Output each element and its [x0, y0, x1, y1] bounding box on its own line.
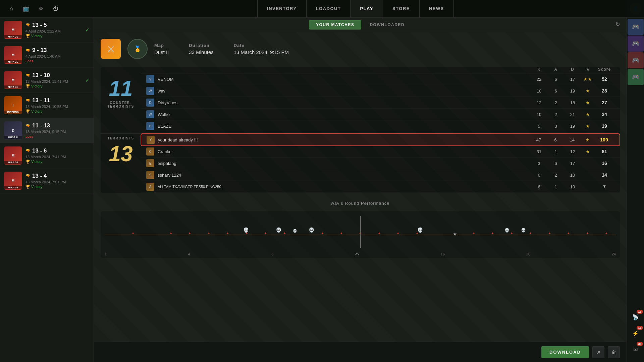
score-ssharvi: 14 — [594, 172, 614, 178]
sidebar-avatar-2[interactable]: 🎮 — [628, 36, 644, 52]
sidebar-avatar-1[interactable]: 🎮 — [628, 19, 644, 35]
tv-icon[interactable]: 📺 — [21, 4, 31, 13]
match-item-5[interactable]: D DUST II 🔫 11 - 13 13 March 2024, 9:15 … — [0, 118, 94, 143]
match-result-1: 🏆 Victory — [25, 34, 82, 38]
tab-your-matches[interactable]: YOUR MATCHES — [309, 20, 361, 29]
match-map-icon-3: M MIRAGE — [4, 71, 22, 89]
score-header: Score — [594, 67, 614, 72]
match-date-3: 13 March 2024, 11:41 PM — [25, 79, 82, 83]
star-blaze: ★ — [581, 123, 594, 129]
settings-icon[interactable]: ⚙ — [36, 4, 46, 13]
d-venom: 17 — [564, 77, 581, 82]
player-row-venom: V VENOM 22 6 17 ★★ 52 — [141, 73, 620, 85]
trophy-1: 🏆 — [25, 34, 30, 38]
date-label: Date — [234, 43, 289, 48]
mail-badge: 38 — [637, 342, 643, 346]
name-cracker: Cracker — [158, 149, 531, 154]
download-button[interactable]: DOWNLOAD — [541, 346, 589, 358]
k-wav: 10 — [531, 88, 547, 94]
match-item-7[interactable]: M MIRAGE 🔫 13 - 4 13 March 2024, 7:01 PM… — [0, 168, 94, 193]
match-result-3: 🏆 Victory — [25, 84, 82, 88]
player-row-wolfie: W Wolfie 10 2 21 ★ 24 — [141, 109, 620, 120]
nav-news[interactable]: NEWS — [420, 0, 454, 17]
map-label-5: DUST II — [4, 136, 22, 139]
k-wolfie: 10 — [531, 112, 547, 117]
star-cracker: ★ — [581, 148, 594, 155]
ct-players: V VENOM 22 6 17 ★★ 52 W wav 10 6 19 ★ 28 — [141, 73, 620, 132]
score-alltami: 7 — [594, 184, 614, 189]
nav-store[interactable]: STORE — [383, 0, 420, 17]
match-score-7: 🔫 13 - 4 — [25, 173, 90, 179]
avatar-cracker: C — [146, 147, 154, 156]
match-result-4: 🏆 Victory — [25, 109, 90, 114]
label-20: 20 — [526, 252, 530, 256]
map-label-4: INFERNO — [4, 111, 22, 114]
sidebar-avatar-4[interactable]: 🎮 — [628, 69, 644, 85]
tab-downloaded[interactable]: DOWNLOADED — [363, 20, 412, 29]
d-esipalang: 17 — [564, 161, 581, 166]
player-row-wav: W wav 10 6 19 ★ 28 — [141, 85, 620, 97]
radio-icon[interactable]: 📡 13 — [630, 311, 642, 323]
perf-chart: 💀 💀 💀 💀 💀 💀 💀 ✦ ✦ ✦ ✦ ✦ ✦ ✦ — [101, 211, 620, 258]
power-icon[interactable]: ⏻ — [51, 4, 60, 13]
ct-score-display: 11 — [102, 76, 139, 101]
gun-icon-4: 🔫 — [25, 98, 30, 103]
match-result-6: 🏆 Victory — [25, 160, 90, 164]
map-label-7: MIRAGE — [4, 186, 22, 189]
match-item-3[interactable]: M MIRAGE 🔫 13 - 10 13 March 2024, 11:41 … — [0, 68, 94, 93]
refresh-icon[interactable]: ↻ — [615, 21, 620, 27]
match-item-2[interactable]: M MIRAGE 🔫 9 - 13 4 April 2024, 1:40 AM … — [0, 43, 94, 68]
duration-value: 33 Minutes — [189, 49, 213, 55]
score-text-6: 13 - 6 — [32, 147, 47, 154]
score-esipalang: 16 — [594, 161, 614, 166]
label-1: 1 — [105, 252, 107, 256]
star-icon-wav: ★ — [586, 88, 590, 94]
k-venom: 22 — [531, 77, 547, 82]
gun-icon-2: 🔫 — [25, 48, 30, 53]
a-wolfie: 2 — [547, 112, 564, 117]
score-text-2: 9 - 13 — [32, 47, 47, 54]
match-info-2: 🔫 9 - 13 4 April 2024, 1:40 AM Loss — [25, 47, 90, 63]
sidebar-avatar-3[interactable]: 🎮 — [628, 52, 644, 68]
ct-team-label: COUNTER-TERRORISTS — [107, 101, 134, 108]
match-item-6[interactable]: M MIRAGE 🔫 13 - 6 13 March 2024, 7:41 PM… — [0, 143, 94, 168]
share-button[interactable]: ↗ — [592, 346, 604, 358]
a-ssharvi: 2 — [547, 173, 564, 178]
match-map-icon-1: M MIRAGE — [4, 21, 22, 39]
meta-duration: Duration 33 Minutes — [189, 43, 213, 55]
t-team-left: TERRORISTS 13 — [101, 134, 141, 166]
k-blaze: 5 — [531, 124, 547, 129]
match-score-5: 🔫 11 - 13 — [25, 122, 90, 129]
score-wav: 28 — [594, 88, 614, 94]
a-header: A — [547, 67, 564, 72]
halftime-divider — [360, 216, 361, 248]
col-headers: K A D ★ Score — [141, 67, 620, 73]
gun-icon-7: 🔫 — [25, 174, 30, 178]
lightning-icon[interactable]: ⚡ 11 — [630, 327, 642, 339]
match-result-2: Loss — [25, 59, 90, 63]
delete-button[interactable]: 🗑 — [608, 346, 620, 358]
nav-inventory[interactable]: INVENTORY — [257, 0, 307, 17]
home-icon[interactable]: ⌂ — [7, 4, 16, 13]
match-mode-icon: 🏅 — [127, 39, 148, 59]
nav-play[interactable]: PLAY — [351, 0, 383, 17]
k-ssharvi: 6 — [531, 173, 547, 178]
mail-icon[interactable]: ✉ 38 — [630, 343, 642, 355]
game-logo: ⚔ — [101, 39, 121, 59]
d-blaze: 19 — [564, 124, 581, 129]
meta-map: Map Dust II — [154, 43, 169, 55]
label-mid: <> — [355, 252, 359, 256]
match-list: M MIRAGE 🔫 13 - 5 4 April 2024, 2:22 AM … — [0, 17, 94, 362]
match-info-4: 🔫 13 - 11 13 March 2024, 10:55 PM 🏆 Vict… — [25, 97, 90, 114]
match-item-1[interactable]: M MIRAGE 🔫 13 - 5 4 April 2024, 2:22 AM … — [0, 17, 94, 43]
match-date-2: 4 April 2024, 1:40 AM — [25, 54, 90, 58]
d-dirtyvibes: 18 — [564, 100, 581, 105]
match-score-2: 🔫 9 - 13 — [25, 47, 90, 54]
name-dirtyvibes: DirtyVibes — [158, 100, 531, 105]
nav-loadout[interactable]: LOADOUT — [307, 0, 351, 17]
t-players: Y your dead already !!! 47 6 14 ★ 109 C … — [141, 134, 620, 193]
radio-badge: 13 — [637, 310, 643, 314]
avatar-ssharvi: S — [146, 171, 154, 179]
match-item-4[interactable]: I INFERNO 🔫 13 - 11 13 March 2024, 10:55… — [0, 93, 94, 118]
name-yourdead: your dead already !!! — [158, 137, 530, 142]
